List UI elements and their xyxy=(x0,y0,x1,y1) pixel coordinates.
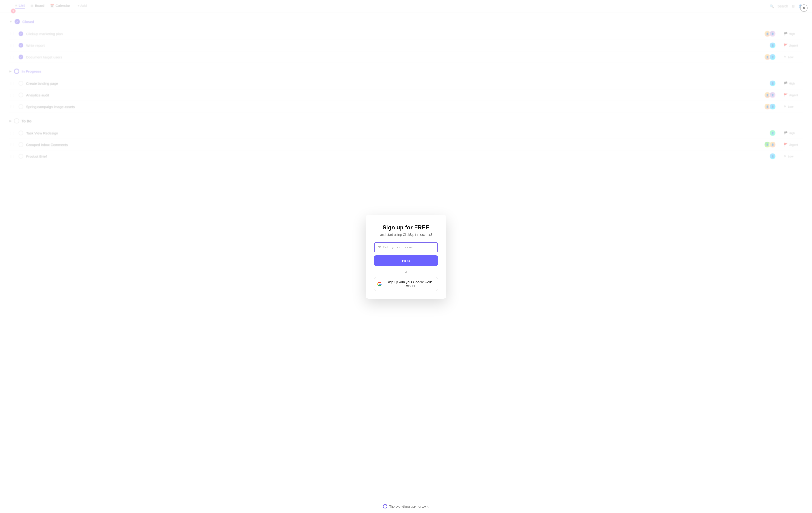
email-input-wrapper: ✉ xyxy=(374,242,438,252)
close-icon: × xyxy=(803,6,805,10)
email-icon: ✉ xyxy=(378,245,381,250)
modal-overlay: × Sign up for FREE and start using Click… xyxy=(0,0,812,513)
footer-brand: The everything app, for work. xyxy=(383,504,429,509)
brand-text: The everything app, for work. xyxy=(389,505,429,508)
signup-modal: Sign up for FREE and start using ClickUp… xyxy=(366,215,446,299)
email-input[interactable] xyxy=(383,245,434,249)
modal-title: Sign up for FREE xyxy=(374,224,438,231)
google-icon xyxy=(377,282,382,286)
or-divider: or xyxy=(374,270,438,273)
close-button[interactable]: × xyxy=(800,4,808,12)
google-signup-label: Sign up with your Google work account xyxy=(384,280,435,288)
modal-subtitle: and start using ClickUp in seconds! xyxy=(374,233,438,237)
next-button[interactable]: Next xyxy=(374,255,438,266)
brand-logo xyxy=(383,504,387,509)
google-signup-button[interactable]: Sign up with your Google work account xyxy=(374,277,438,291)
